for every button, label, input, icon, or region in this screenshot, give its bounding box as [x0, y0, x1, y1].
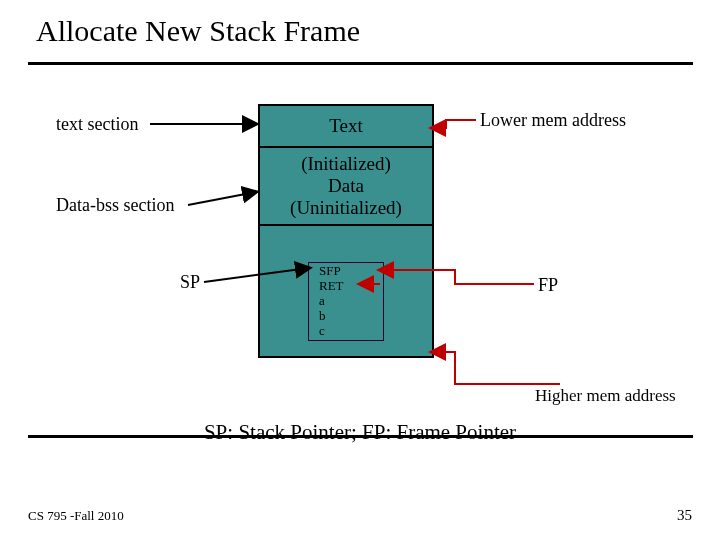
page-title: Allocate New Stack Frame [36, 14, 360, 48]
caption: SP: Stack Pointer; FP: Frame Pointer [0, 420, 720, 445]
label-fp: FP [538, 275, 558, 296]
divider-top [28, 62, 693, 65]
segment-data: (Initialized) Data (Uninitialized) [260, 148, 432, 226]
footer-course: CS 795 -Fall 2010 [28, 508, 124, 524]
label-sp: SP [180, 272, 200, 293]
arrow-lower-mem [432, 120, 476, 128]
stack-item: SFP [319, 264, 383, 279]
stack-item: a [319, 294, 383, 309]
arrow-higher-mem [432, 352, 560, 384]
segment-stack: SFP RET a b c [260, 226, 432, 356]
divider-bottom [28, 435, 693, 438]
stack-item: RET [319, 279, 383, 294]
stack-frame-box: SFP RET a b c [308, 262, 384, 341]
segment-data-line: (Initialized) [260, 153, 432, 175]
segment-data-line: Data [260, 175, 432, 197]
label-text-section: text section [56, 114, 138, 135]
segment-data-line: (Uninitialized) [260, 197, 432, 219]
label-lower-mem: Lower mem address [480, 110, 626, 131]
segment-text: Text [260, 106, 432, 148]
stack-item: c [319, 324, 383, 339]
memory-column: Text (Initialized) Data (Uninitialized) … [258, 104, 434, 358]
arrow-data-bss [188, 192, 256, 205]
stack-item: b [319, 309, 383, 324]
footer-page-number: 35 [677, 507, 692, 524]
label-higher-mem: Higher mem address [535, 386, 676, 406]
label-data-bss: Data-bss section [56, 195, 174, 216]
